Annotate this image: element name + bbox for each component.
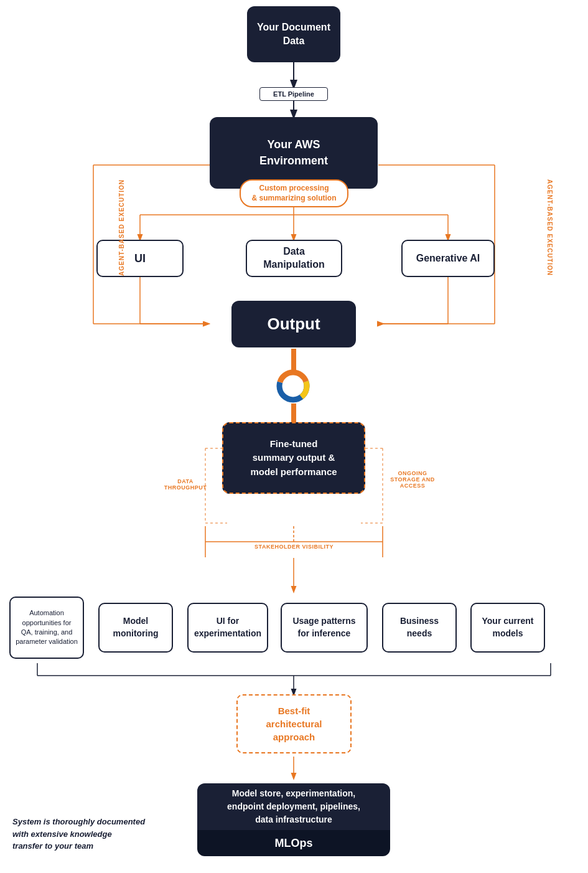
logo-circle — [276, 369, 310, 403]
fine-tuned-box: Fine-tuned summary output & model perfor… — [222, 422, 365, 494]
diagram-container: Your Document Data ETL Pipeline Your AWS… — [0, 0, 588, 873]
mlops-box: MLOps — [197, 830, 390, 856]
usage-patterns-box: Usage patterns for inference — [281, 603, 368, 653]
current-models-label: Your current models — [482, 615, 534, 639]
custom-processing-box: Custom processing & summarizing solution — [240, 179, 348, 207]
ui-label: UI — [134, 252, 146, 265]
business-needs-box: Business needs — [382, 603, 457, 653]
ongoing-storage-label: ONGOING STORAGE AND ACCESS — [385, 470, 441, 489]
best-fit-box: Best-fit architectural approach — [236, 694, 352, 753]
output-box: Output — [231, 301, 356, 347]
mlops-label: MLOps — [275, 837, 313, 850]
ui-box: UI — [96, 240, 184, 277]
your-document-data-box: Your Document Data — [247, 6, 340, 62]
data-manipulation-box: Data Manipulation — [246, 240, 342, 277]
bottom-note-text: System is thoroughly documented with ext… — [12, 817, 145, 851]
model-monitoring-box: Model monitoring — [98, 603, 173, 653]
ui-experimentation-box: UI for experimentation — [187, 603, 268, 653]
current-models-box: Your current models — [470, 603, 545, 653]
usage-patterns-label: Usage patterns for inference — [292, 615, 355, 639]
ui-experimentation-label: UI for experimentation — [194, 615, 261, 639]
etl-pipeline-box: ETL Pipeline — [259, 87, 328, 101]
generative-ai-box: Generative AI — [401, 240, 495, 277]
model-store-label: Model store, experimentation, endpoint d… — [227, 787, 360, 826]
data-manipulation-label: Data Manipulation — [263, 245, 325, 271]
custom-processing-label: Custom processing & summarizing solution — [251, 184, 336, 203]
model-store-box: Model store, experimentation, endpoint d… — [197, 783, 390, 830]
stakeholder-label: STAKEHOLDER VISIBILITY — [249, 544, 339, 550]
agent-based-left-label: Agent-based Execution — [118, 179, 125, 276]
model-monitoring-label: Model monitoring — [113, 615, 158, 639]
automation-box: Automation opportunities for QA, trainin… — [9, 597, 84, 659]
fine-tuned-label: Fine-tuned summary output & model perfor… — [250, 437, 337, 479]
agent-based-right-label: Agent-based Execution — [546, 179, 553, 276]
business-needs-label: Business needs — [400, 615, 439, 639]
your-document-data-label: Your Document Data — [257, 21, 330, 49]
data-throughput-label: DATA THROUGHPUT — [161, 478, 210, 491]
automation-label: Automation opportunities for QA, trainin… — [16, 608, 78, 647]
output-label: Output — [267, 314, 320, 334]
aws-environment-label: Your AWS Environment — [259, 137, 328, 168]
aws-environment-box: Your AWS Environment — [210, 117, 378, 189]
generative-ai-label: Generative AI — [416, 253, 480, 264]
etl-pipeline-label: ETL Pipeline — [273, 90, 314, 98]
bottom-note: System is thoroughly documented with ext… — [12, 816, 180, 852]
best-fit-label: Best-fit architectural approach — [266, 704, 322, 743]
